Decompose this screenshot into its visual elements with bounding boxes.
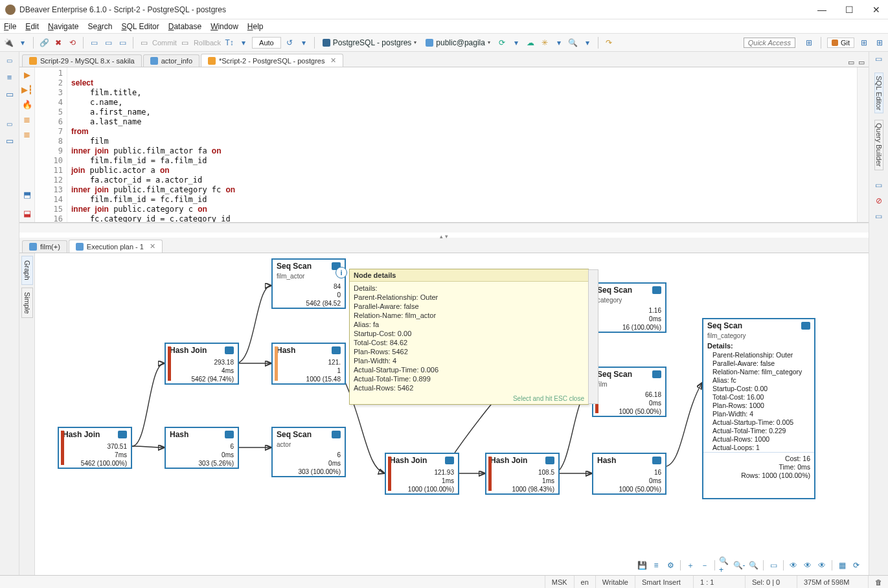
status-write[interactable]: Writable xyxy=(596,576,635,588)
history-icon[interactable]: ↺ xyxy=(284,37,295,49)
menu-navigate[interactable]: Navigate xyxy=(48,22,78,31)
execute-tab-icon[interactable]: 🔥 xyxy=(22,100,32,109)
db-navigator-icon[interactable]: ≡ xyxy=(4,71,16,83)
perspective-icon[interactable]: ⊞ xyxy=(803,37,815,49)
node-hash-actor[interactable]: Hash 60ms303 (5.26%) xyxy=(165,427,239,469)
close-tab-icon[interactable]: ✕ xyxy=(150,242,155,251)
node-hash-cat[interactable]: Hash 160ms1000 (50.00%) xyxy=(592,453,666,495)
horizontal-scrollbar[interactable] xyxy=(19,223,869,232)
node-hashjoin3[interactable]: Hash Join 121.931ms1000 (100.00%) xyxy=(385,453,459,495)
expand-icon[interactable]: ＋ xyxy=(685,560,696,571)
close-button[interactable]: ✕ xyxy=(870,5,883,15)
node-seq-actor[interactable]: Seq Scan actor 60ms303 (100.00%) xyxy=(271,427,346,477)
recent-sql-icon[interactable]: ▭ xyxy=(117,37,128,49)
rollback-icon[interactable]: ▭ xyxy=(179,37,191,49)
plan-canvas[interactable]: Hash Join 370.517ms5462 (100.00%) Hash J… xyxy=(35,253,869,575)
restore-view-icon[interactable]: ▭ xyxy=(4,54,16,66)
refresh-plan-icon[interactable]: ⟳ xyxy=(850,560,862,571)
dropdown-icon[interactable]: ▾ xyxy=(553,37,565,49)
vertical-scrollbar[interactable] xyxy=(857,67,869,222)
git-perspective-button[interactable]: Git xyxy=(827,38,854,48)
explain2-icon[interactable]: ≣ xyxy=(23,130,30,139)
tools-icon[interactable]: ↷ xyxy=(603,37,615,49)
txn-mode-icon[interactable]: T↕ xyxy=(223,37,235,49)
layout1-icon[interactable]: ▭ xyxy=(768,560,779,571)
sql-editor-icon[interactable]: ▭ xyxy=(88,37,100,49)
result-tab-plan[interactable]: Execution plan - 1 ✕ xyxy=(69,240,163,253)
tooltip-scrollbar[interactable] xyxy=(588,269,598,404)
menu-window[interactable]: Window xyxy=(211,22,238,31)
collapse-icon[interactable]: － xyxy=(699,560,711,571)
perspective3-icon[interactable]: ⊞ xyxy=(874,37,885,49)
status-lang[interactable]: en xyxy=(575,576,596,588)
minimize-button[interactable]: ― xyxy=(815,5,828,15)
visibility2-icon[interactable]: 👁 xyxy=(802,560,814,571)
node-hashjoin-root[interactable]: Hash Join 370.517ms5462 (100.00%) xyxy=(58,427,132,469)
load-icon[interactable]: ⬒ xyxy=(23,190,31,199)
sash[interactable]: ▴ ▾ xyxy=(19,232,869,238)
refresh-icon[interactable]: ⟳ xyxy=(496,37,508,49)
dropdown-icon[interactable]: ▾ xyxy=(17,37,28,49)
sidetab-sql-editor[interactable]: SQL Editor xyxy=(874,73,883,113)
run-script-icon[interactable]: ▶┇ xyxy=(21,85,33,95)
reconnect-icon[interactable]: ⟲ xyxy=(67,37,78,49)
tasks-icon[interactable]: ▭ xyxy=(873,212,885,223)
node-hash-mid[interactable]: Hash 121.11000 (15.48 xyxy=(271,343,346,385)
new-connection-icon[interactable]: 🔌 xyxy=(3,37,14,49)
tab-script2[interactable]: *Script-2 - PostgreSQL - postgres ✕ xyxy=(201,54,343,67)
zoom-out-icon[interactable]: 🔍- xyxy=(733,560,745,571)
dropdown-icon[interactable]: ▾ xyxy=(510,37,522,49)
maximize-view-icon[interactable]: ▭ xyxy=(858,58,865,67)
menu-database[interactable]: Database xyxy=(168,22,201,31)
quick-access-input[interactable]: Quick Access xyxy=(744,38,795,48)
visibility-icon[interactable]: 👁 xyxy=(788,560,799,571)
restore-view-icon[interactable]: ▭ xyxy=(873,54,885,66)
zoom-fit-icon[interactable]: 🔍 xyxy=(747,560,759,571)
grid-icon[interactable]: ▦ xyxy=(836,560,848,571)
plan-tab-graph[interactable]: Graph xyxy=(21,256,33,285)
status-insert[interactable]: Smart Insert xyxy=(635,576,694,588)
node-seq-category[interactable]: Seq Scan category 1.160ms16 (100.00%) xyxy=(592,282,666,333)
disconnect-icon[interactable]: ✖ xyxy=(52,37,64,49)
result-tab-film[interactable]: film(+) xyxy=(22,240,67,253)
cloud-icon[interactable]: ☁ xyxy=(525,37,536,49)
rollback-label[interactable]: Rollback xyxy=(194,39,221,47)
node-hashjoin2[interactable]: Hash Join 293.184ms5462 (94.74%) xyxy=(165,343,239,385)
error-log-icon[interactable]: ⊘ xyxy=(873,196,885,208)
minimize-view-icon[interactable]: ▭ xyxy=(848,58,854,67)
status-gc-icon[interactable]: 🗑 xyxy=(869,576,888,588)
node-seq-filmcategory-details[interactable]: Seq Scan film_category Details: Parent-R… xyxy=(702,318,815,499)
save-icon[interactable]: ⬓ xyxy=(23,209,31,218)
restore-view2-icon[interactable]: ▭ xyxy=(4,118,16,130)
commit-icon[interactable]: ▭ xyxy=(138,37,150,49)
menu-edit[interactable]: Edit xyxy=(25,22,39,31)
close-tab-icon[interactable]: ✕ xyxy=(330,56,336,65)
node-hashjoin4[interactable]: Hash Join 108.51ms1000 (98.43%) xyxy=(485,453,560,495)
connect-icon[interactable]: 🔗 xyxy=(38,37,50,49)
dropdown-icon[interactable]: ▾ xyxy=(238,37,249,49)
stop-icon[interactable]: ✳ xyxy=(539,37,551,49)
explain-icon[interactable]: ≣ xyxy=(23,115,30,124)
menu-help[interactable]: Help xyxy=(247,22,264,31)
menu-search[interactable]: Search xyxy=(87,22,112,31)
settings-icon[interactable]: ⚙ xyxy=(665,560,676,571)
schema-selector[interactable]: public@pagila ▾ xyxy=(422,37,494,49)
perspective2-icon[interactable]: ⊞ xyxy=(858,37,870,49)
status-locale[interactable]: MSK xyxy=(545,576,575,588)
projects-icon[interactable]: ▭ xyxy=(4,88,16,100)
new-sql-icon[interactable]: ▭ xyxy=(102,37,114,49)
node-seq-film[interactable]: Seq Scan film 66.180ms1000 (50.00%) xyxy=(592,367,666,417)
sidetab-query-builder[interactable]: Query Builder xyxy=(874,120,883,170)
dropdown-icon[interactable]: ▾ xyxy=(298,37,310,49)
connection-selector[interactable]: PostgreSQL - postgres ▾ xyxy=(319,37,420,49)
menu-file[interactable]: File xyxy=(4,22,16,31)
status-memory[interactable]: 375M of 598M xyxy=(797,576,869,588)
restore-view2-icon[interactable]: ▭ xyxy=(873,181,885,192)
run-icon[interactable]: ▶ xyxy=(24,70,30,80)
dropdown-icon[interactable]: ▾ xyxy=(582,37,593,49)
search-icon[interactable]: 🔍 xyxy=(567,37,579,49)
zoom-in-icon[interactable]: 🔍+ xyxy=(719,560,731,571)
commit-label[interactable]: Commit xyxy=(152,39,177,47)
maximize-button[interactable]: ☐ xyxy=(843,5,856,15)
save-plan-icon[interactable]: 💾 xyxy=(636,560,648,571)
